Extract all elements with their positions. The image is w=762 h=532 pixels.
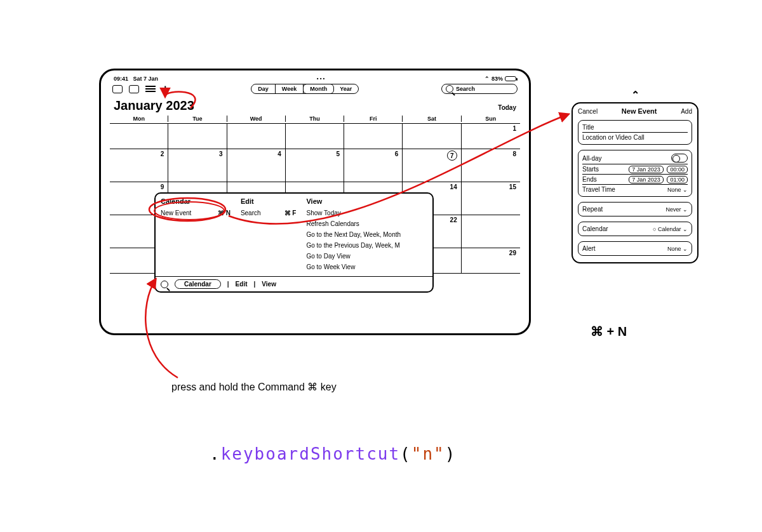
hud-col-view: View (301, 197, 432, 208)
day-cell[interactable]: 5 (286, 149, 344, 182)
day-cell[interactable]: 4 (227, 149, 286, 182)
hud-search[interactable]: Search (236, 208, 274, 218)
hud-search-key: ⌘ F (274, 208, 302, 218)
day-cell[interactable] (344, 124, 403, 149)
hud-goto-week[interactable]: Go to Week View (301, 262, 432, 272)
starts-date[interactable]: 7 Jan 2023 (629, 166, 664, 173)
hud-goto-next[interactable]: Go to the Next Day, Week, Month (301, 229, 432, 240)
ipad-frame: 09:41 Sat 7 Jan ••• ⌃ 83% + Day Week Mon… (99, 69, 531, 335)
day-cell[interactable]: 29 (462, 248, 520, 274)
month-title: January 2023 (114, 98, 194, 113)
status-date: Sat 7 Jan (133, 76, 159, 82)
day-cell[interactable] (110, 124, 168, 149)
day-cell[interactable]: 2 (110, 149, 168, 182)
day-cell[interactable]: 8 (462, 149, 520, 182)
day-cell[interactable]: 6 (344, 149, 403, 182)
repeat-label: Repeat (582, 206, 603, 213)
travel-label: Travel Time (582, 186, 615, 193)
status-bar: 09:41 Sat 7 Jan ••• ⌃ 83% (110, 76, 520, 82)
alert-value[interactable]: None ⌄ (667, 246, 688, 252)
today-button[interactable]: Today (498, 104, 516, 111)
seg-day[interactable]: Day (251, 84, 276, 93)
view-segmented[interactable]: Day Week Month Year (251, 84, 359, 94)
ends-date[interactable]: 7 Jan 2023 (629, 176, 664, 183)
day-cell[interactable] (227, 124, 286, 149)
wifi-icon: ⌃ (485, 76, 490, 82)
seg-year[interactable]: Year (333, 84, 358, 93)
day-fri: Fri (344, 116, 403, 122)
day-cell[interactable] (403, 124, 461, 149)
day-cell[interactable] (168, 124, 227, 149)
status-time: 09:41 (114, 76, 128, 82)
day-cell[interactable] (462, 215, 520, 248)
all-day-label: All-day (582, 155, 602, 162)
hud-tab-calendar[interactable]: Calendar (175, 279, 221, 289)
hud-tab-view[interactable]: View (262, 281, 276, 288)
hud-new-event-key: ⌘ N (207, 208, 236, 218)
hud-search-icon[interactable] (161, 281, 168, 288)
day-sun: Sun (462, 116, 520, 122)
calendar-label: Calendar (582, 225, 608, 232)
caption-hold-cmd: press and hold the Command ⌘ key (171, 381, 337, 393)
title-field[interactable]: Title (582, 124, 594, 131)
starts-time[interactable]: 00:00 (667, 166, 688, 173)
add-event-button[interactable]: + (162, 83, 169, 95)
search-field[interactable]: Search (441, 84, 518, 94)
hud-col-calendar: Calendar (156, 197, 236, 208)
add-button[interactable]: Add (681, 108, 692, 115)
hud-goto-day[interactable]: Go to Day View (301, 251, 432, 262)
seg-week[interactable]: Week (276, 84, 304, 93)
status-right: ⌃ 83% (485, 76, 516, 82)
hud-tab-edit[interactable]: Edit (236, 281, 248, 288)
hud-refresh[interactable]: Refresh Calendars (301, 218, 432, 229)
hud-show-today[interactable]: Show Today (301, 208, 432, 218)
hud-goto-prev[interactable]: Go to the Previous Day, Week, M (301, 240, 432, 251)
shortcut-hud: Calendar Edit View New Event ⌘ N Search … (154, 192, 434, 293)
battery-pct: 83% (491, 76, 503, 82)
day-cell-today[interactable]: 7 (403, 149, 461, 182)
day-cell[interactable]: 1 (462, 124, 520, 149)
inbox-icon[interactable] (129, 85, 139, 93)
week-row: 1 (110, 124, 520, 149)
toolbar: + Day Week Month Year Search (110, 83, 520, 95)
popover-pointer-icon: ⌃ (572, 89, 698, 101)
day-tue: Tue (168, 116, 227, 122)
code-snippet: .keyboardShortcut("n") (210, 444, 456, 463)
cancel-button[interactable]: Cancel (578, 108, 598, 115)
day-thu: Thu (286, 116, 344, 122)
hud-col-edit: Edit (236, 197, 302, 208)
day-sat: Sat (403, 116, 461, 122)
ends-label: Ends (582, 176, 597, 183)
day-cell[interactable]: 3 (168, 149, 227, 182)
day-names: Mon Tue Wed Thu Fri Sat Sun (110, 116, 520, 124)
alert-label: Alert (582, 245, 596, 252)
battery-icon (505, 76, 516, 81)
calendars-icon[interactable] (112, 85, 123, 93)
repeat-value[interactable]: Never ⌄ (665, 206, 688, 213)
new-event-popover: ⌃ Cancel New Event Add Title Location or… (572, 89, 698, 263)
starts-label: Starts (582, 166, 599, 173)
location-field[interactable]: Location or Video Call (582, 134, 645, 141)
travel-value[interactable]: None ⌄ (667, 187, 688, 193)
caption-shortcut: ⌘ + N (591, 324, 627, 339)
day-cell[interactable] (286, 124, 344, 149)
search-icon (446, 85, 453, 93)
list-icon[interactable] (145, 85, 156, 93)
ends-time[interactable]: 01:00 (667, 176, 688, 183)
hud-tabbar: Calendar | Edit | View (156, 276, 432, 291)
hud-new-event[interactable]: New Event (156, 208, 207, 218)
day-wed: Wed (227, 116, 286, 122)
day-mon: Mon (110, 116, 168, 122)
all-day-toggle[interactable] (671, 154, 688, 163)
calendar-value[interactable]: ○ Calendar ⌄ (653, 226, 688, 232)
search-placeholder: Search (456, 86, 475, 92)
day-cell[interactable]: 15 (462, 182, 520, 215)
sheet-title: New Event (622, 107, 657, 115)
seg-month[interactable]: Month (303, 84, 334, 94)
week-row: 2 3 4 5 6 7 8 (110, 149, 520, 182)
multitask-dots[interactable]: ••• (317, 76, 326, 82)
